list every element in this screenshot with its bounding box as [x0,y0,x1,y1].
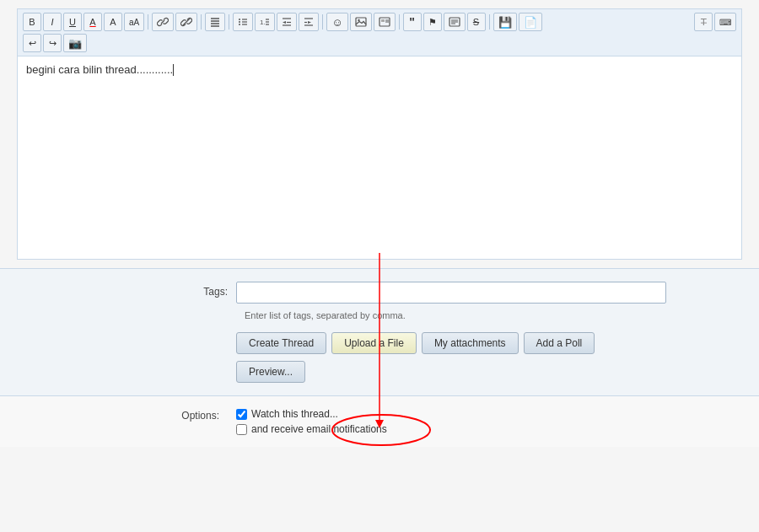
tags-label: Tags: [17,282,236,298]
separator-4 [322,14,323,30]
tags-input[interactable] [236,282,666,304]
form-section: Tags: Enter list of tags, separated by c… [0,268,759,395]
svg-point-8 [239,24,240,25]
indent-increase-icon [304,17,314,27]
list-ol-icon: 1. [260,17,270,27]
link-icon [157,16,169,28]
watch-thread-row: Watch this thread... [236,408,387,420]
link-button[interactable] [152,13,174,31]
svg-line-0 [161,20,164,24]
action-buttons-row: Create Thread Upload a File My attachmen… [236,332,742,354]
emoji-button[interactable]: ☺ [326,13,347,31]
options-section: Options: Watch this thread... and receiv… [0,395,759,447]
svg-marker-17 [283,21,286,24]
media-icon [379,17,390,27]
underline-button[interactable]: U [63,13,82,31]
separator-3 [229,14,229,30]
unlink-button[interactable] [175,13,197,31]
watch-thread-label: Watch this thread... [251,408,338,420]
options-row: Options: Watch this thread... and receiv… [17,408,742,435]
svg-point-25 [358,19,359,21]
separator-6 [489,14,490,30]
media-button[interactable] [374,13,396,31]
fontface-button[interactable]: aA [124,13,144,31]
align-button[interactable] [205,13,225,31]
preview-row: Preview... [236,361,742,383]
my-attachments-button[interactable]: My attachments [422,332,519,354]
indent-decrease-icon [282,17,292,27]
image-button[interactable] [350,13,372,31]
fontcolor-button[interactable]: A [83,13,102,31]
source-button[interactable]: ⌨ [714,13,736,31]
bold-button[interactable]: B [23,13,41,31]
separator-5 [399,14,400,30]
strikethrough-button[interactable]: S [467,13,486,31]
save-button[interactable]: 💾 [493,13,517,31]
email-notifications-row: and receive email notifications [236,423,387,435]
svg-rect-27 [381,19,385,22]
toolbar-row-2: ↩ ↪ 📷 [23,34,736,52]
options-label: Options: [17,408,228,422]
email-notifications-checkbox[interactable] [236,424,247,435]
separator-1 [148,14,148,30]
doc-button[interactable]: 📄 [519,13,542,31]
upload-file-button[interactable]: Upload a File [331,332,417,354]
list-ul-icon [238,17,248,27]
page-wrapper: B I U A A aA [0,8,759,532]
create-thread-button[interactable]: Create Thread [236,332,326,354]
svg-point-6 [239,19,240,20]
flag-button[interactable]: ⚑ [423,13,442,31]
wrap-icon [449,17,460,27]
indent-decrease-button[interactable] [277,13,297,31]
editor-text: begini cara bilin thread............ [26,63,173,76]
add-poll-button[interactable]: Add a Poll [524,332,595,354]
unlink-icon [180,16,192,28]
camera-button[interactable]: 📷 [63,34,87,52]
toolbar-row-1: B I U A A aA [23,13,736,31]
separator-2 [201,14,202,30]
tags-hint: Enter list of tags, separated by comma. [245,310,742,320]
svg-point-7 [239,21,240,23]
quote-button[interactable]: " [403,13,422,31]
list-ol-button[interactable]: 1. [255,13,275,31]
options-checkboxes: Watch this thread... and receive email n… [236,408,387,435]
text-cursor [173,64,174,76]
editor-content-area[interactable]: begini cara bilin thread............ [18,56,741,259]
italic-button[interactable]: I [43,13,62,31]
align-icon [210,17,220,27]
svg-marker-21 [308,21,311,24]
redo-button[interactable]: ↪ [43,34,62,52]
toolbar: B I U A A aA [18,9,741,56]
watch-thread-checkbox[interactable] [236,409,247,420]
clear-format-button[interactable]: T̶ [694,13,713,31]
editor-container: B I U A A aA [17,8,742,260]
indent-increase-button[interactable] [299,13,319,31]
tags-row: Tags: [17,282,742,304]
image-icon [355,17,367,27]
preview-button[interactable]: Preview... [236,361,305,383]
wrap-button[interactable] [444,13,466,31]
undo-button[interactable]: ↩ [23,34,41,52]
svg-text:1.: 1. [260,19,266,26]
fontsize-button[interactable]: A [104,13,122,31]
email-notifications-label: and receive email notifications [251,423,387,435]
list-ul-button[interactable] [233,13,253,31]
